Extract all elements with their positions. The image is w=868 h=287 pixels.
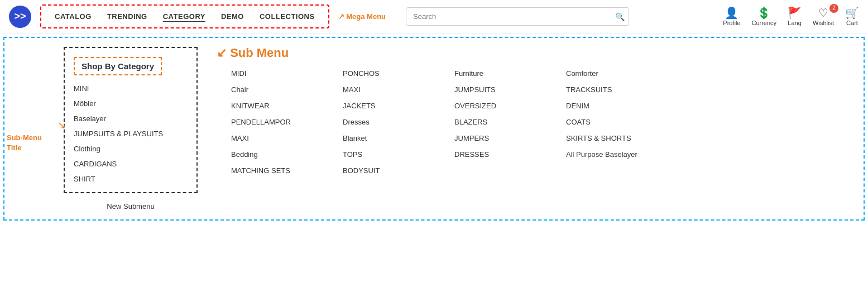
cat-skirts-shorts[interactable]: SKIRTS & SHORTS (566, 134, 666, 142)
search-button[interactable]: 🔍 (615, 12, 625, 21)
currency-label: Currency (751, 20, 776, 26)
sidebar-footer: New Submenu (64, 202, 198, 211)
submenu-title-arrow: ↘ (57, 119, 66, 131)
cat-maxi2[interactable]: MAXI (343, 85, 443, 94)
cat-tops[interactable]: TOPS (343, 150, 443, 159)
search-input[interactable] (406, 7, 629, 26)
cart-icon: 🛒 (845, 7, 859, 18)
currency-button[interactable]: 💲 Currency (751, 7, 776, 26)
profile-button[interactable]: 👤 Profile (723, 7, 740, 26)
cat-furniture[interactable]: Furniture (454, 69, 555, 78)
header-actions: 👤 Profile 💲 Currency 🚩 Lang ♡ 2 Wishlist… (723, 7, 859, 26)
cat-blazers[interactable]: BLAZERS (454, 118, 555, 126)
cat-dresses2[interactable]: DRESSES (454, 150, 555, 159)
sidebar-items: MINI Möbler Baselayer JUMPSUITS & PLAYSU… (74, 84, 188, 183)
mega-menu-dropdown: ↙ Sub Menu Sub-MenuTitle ↘ Shop By Categ… (3, 37, 865, 221)
cat-midi[interactable]: MIDI (231, 69, 332, 78)
sidebar-item-mini[interactable]: MINI (74, 84, 188, 93)
cat-knitwear[interactable]: KNITWEAR (231, 102, 332, 110)
logo-text: >> (14, 11, 26, 22)
sidebar-panel: Shop By Category MINI Möbler Baselayer J… (64, 47, 198, 193)
cat-ponchos[interactable]: PONCHOS (343, 69, 443, 78)
cat-jumpsuits[interactable]: JUMPSUITS (454, 85, 555, 94)
category-column-1: MIDI Chair KNITWEAR PENDELLAMPOR MAXI Be… (231, 69, 343, 211)
currency-icon: 💲 (757, 7, 771, 18)
cat-blanket[interactable]: Blanket (343, 134, 443, 142)
wishlist-badge: 2 (829, 4, 838, 13)
cat-coats[interactable]: COATS (566, 118, 666, 126)
wishlist-button[interactable]: ♡ 2 Wishlist (813, 7, 834, 26)
category-column-2: PONCHOS MAXI JACKETS Dresses Blanket TOP… (343, 69, 454, 211)
sidebar-item-mobler[interactable]: Möbler (74, 99, 188, 108)
category-column-3: Furniture JUMPSUITS OVERSIZED BLAZERS JU… (454, 69, 566, 211)
nav-item-collections[interactable]: COLLECTIONS (253, 9, 322, 24)
sidebar-item-clothing[interactable]: Clothing (74, 145, 188, 153)
wishlist-label: Wishlist (813, 20, 834, 26)
cart-label: Cart (846, 20, 858, 26)
cat-comforter[interactable]: Comforter (566, 69, 666, 78)
cat-bedding[interactable]: Bedding (231, 150, 332, 159)
profile-label: Profile (723, 20, 740, 26)
sidebar-item-cardigans[interactable]: CARDIGANS (74, 160, 188, 168)
lang-label: Lang (788, 20, 801, 26)
nav-item-trending[interactable]: TRENDING (100, 9, 154, 24)
sidebar-item-jumpsuits[interactable]: JUMPSUITS & PLAYSUITS (74, 130, 188, 138)
nav-item-catalog[interactable]: CATALOG (48, 9, 98, 24)
sidebar-item-baselayer[interactable]: Baselayer (74, 114, 188, 123)
nav-item-demo[interactable]: DEMO (214, 9, 251, 24)
submenu-title-annotation: Sub-MenuTitle (7, 133, 42, 153)
logo-icon[interactable]: >> (9, 6, 31, 28)
cat-jackets[interactable]: JACKETS (343, 102, 443, 110)
nav-item-category[interactable]: CATEGORY (156, 9, 212, 24)
cat-chair[interactable]: Chair (231, 85, 332, 94)
cat-dresses[interactable]: Dresses (343, 118, 443, 126)
cat-pendellampor[interactable]: PENDELLAMPOR (231, 118, 332, 126)
sub-menu-annotation: ↙ Sub Menu (217, 46, 289, 60)
cat-denim[interactable]: DENIM (566, 102, 666, 110)
cat-oversized[interactable]: OVERSIZED (454, 102, 555, 110)
categories-panel: MIDI Chair KNITWEAR PENDELLAMPOR MAXI Be… (198, 69, 855, 211)
main-nav: CATALOG TRENDING CATEGORY DEMO COLLECTIO… (40, 4, 329, 28)
cat-maxi[interactable]: MAXI (231, 134, 332, 142)
search-container: 🔍 (406, 7, 629, 26)
lang-icon: 🚩 (788, 7, 802, 18)
cat-bodysuit[interactable]: BODYSUIT (343, 166, 443, 175)
header: >> CATALOG TRENDING CATEGORY DEMO COLLEC… (0, 0, 868, 34)
cat-all-purpose-baselayer[interactable]: All Purpose Baselayer (566, 150, 666, 159)
sidebar-item-shirt[interactable]: SHIRT (74, 175, 188, 183)
wishlist-icon: ♡ (818, 7, 828, 18)
lang-button[interactable]: 🚩 Lang (788, 7, 802, 26)
mega-menu-annotation: ↗ Mega Menu (338, 12, 386, 21)
category-column-4: Comforter TRACKSUITS DENIM COATS SKIRTS … (566, 69, 678, 211)
cat-matching-sets[interactable]: MATCHING SETS (231, 166, 332, 175)
sidebar-title: Shop By Category (74, 57, 162, 75)
profile-icon: 👤 (725, 7, 738, 18)
cat-tracksuits[interactable]: TRACKSUITS (566, 85, 666, 94)
cat-jumpers[interactable]: JUMPERS (454, 134, 555, 142)
cart-button[interactable]: 🛒 Cart (845, 7, 859, 26)
mega-menu-content: Shop By Category MINI Möbler Baselayer J… (13, 47, 855, 211)
